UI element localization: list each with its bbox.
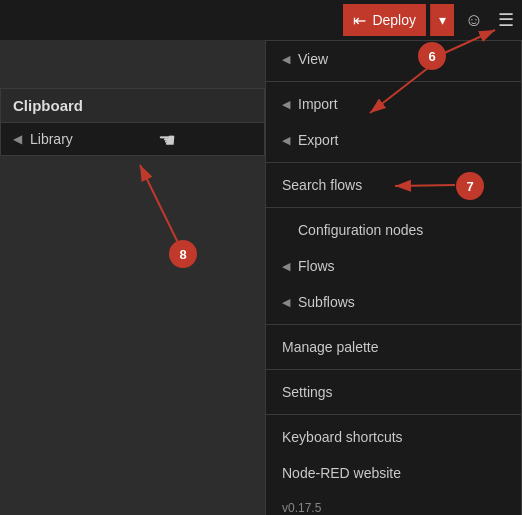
flows-arrow-icon: ◀ xyxy=(282,260,290,273)
clipboard-header[interactable]: Clipboard xyxy=(1,89,264,122)
version-label: v0.17.5 xyxy=(282,501,321,515)
library-item[interactable]: ◀ Library xyxy=(1,122,264,155)
search-flows-label: Search flows xyxy=(282,177,362,193)
user-icon-button[interactable]: ☺ xyxy=(458,4,490,36)
keyboard-shortcuts-label: Keyboard shortcuts xyxy=(282,429,403,445)
dropdown-menu: ◀ View ◀ Import ◀ Export Search flows Co… xyxy=(265,40,522,515)
import-label: Import xyxy=(298,96,338,112)
menu-item-subflows[interactable]: ◀ Subflows xyxy=(266,284,521,320)
view-label: View xyxy=(298,51,328,67)
hamburger-icon: ☰ xyxy=(498,9,514,31)
annotation-7: 7 xyxy=(456,172,484,200)
separator-4 xyxy=(266,324,521,325)
deploy-icon: ⇤ xyxy=(353,11,366,30)
annotation-8: 8 xyxy=(169,240,197,268)
separator-5 xyxy=(266,369,521,370)
dropdown-arrow-icon: ▾ xyxy=(439,12,446,28)
menu-item-version: v0.17.5 xyxy=(266,491,521,515)
settings-label: Settings xyxy=(282,384,333,400)
export-arrow-icon: ◀ xyxy=(282,134,290,147)
cursor-pointer: ☛ xyxy=(158,128,176,152)
flows-label: Flows xyxy=(298,258,335,274)
subflows-arrow-icon: ◀ xyxy=(282,296,290,309)
menu-item-nodered-website[interactable]: Node-RED website xyxy=(266,455,521,491)
menu-item-import[interactable]: ◀ Import xyxy=(266,86,521,122)
subflows-label: Subflows xyxy=(298,294,355,310)
clipboard-title: Clipboard xyxy=(13,97,83,114)
menu-item-settings[interactable]: Settings xyxy=(266,374,521,410)
separator-1 xyxy=(266,81,521,82)
view-arrow-icon: ◀ xyxy=(282,53,290,66)
user-icon: ☺ xyxy=(465,10,483,31)
separator-3 xyxy=(266,207,521,208)
library-label: Library xyxy=(30,131,73,147)
menu-item-view[interactable]: ◀ View xyxy=(266,41,521,77)
export-label: Export xyxy=(298,132,338,148)
deploy-label: Deploy xyxy=(372,12,416,28)
svg-line-3 xyxy=(140,165,183,253)
menu-item-export[interactable]: ◀ Export xyxy=(266,122,521,158)
separator-2 xyxy=(266,162,521,163)
menu-item-keyboard-shortcuts[interactable]: Keyboard shortcuts xyxy=(266,419,521,455)
menu-item-flows[interactable]: ◀ Flows xyxy=(266,248,521,284)
manage-palette-label: Manage palette xyxy=(282,339,379,355)
clipboard-panel: Clipboard ◀ Library xyxy=(0,88,265,156)
library-arrow-icon: ◀ xyxy=(13,132,22,146)
menu-item-manage-palette[interactable]: Manage palette xyxy=(266,329,521,365)
menu-item-configuration-nodes[interactable]: Configuration nodes xyxy=(266,212,521,248)
import-arrow-icon: ◀ xyxy=(282,98,290,111)
header-bar: ⇤ Deploy ▾ ☺ ☰ xyxy=(0,0,522,40)
deploy-dropdown-button[interactable]: ▾ xyxy=(430,4,454,36)
annotation-6: 6 xyxy=(418,42,446,70)
separator-6 xyxy=(266,414,521,415)
configuration-nodes-label: Configuration nodes xyxy=(298,222,423,238)
deploy-button[interactable]: ⇤ Deploy xyxy=(343,4,426,36)
nodered-website-label: Node-RED website xyxy=(282,465,401,481)
hamburger-menu-button[interactable]: ☰ xyxy=(490,4,522,36)
